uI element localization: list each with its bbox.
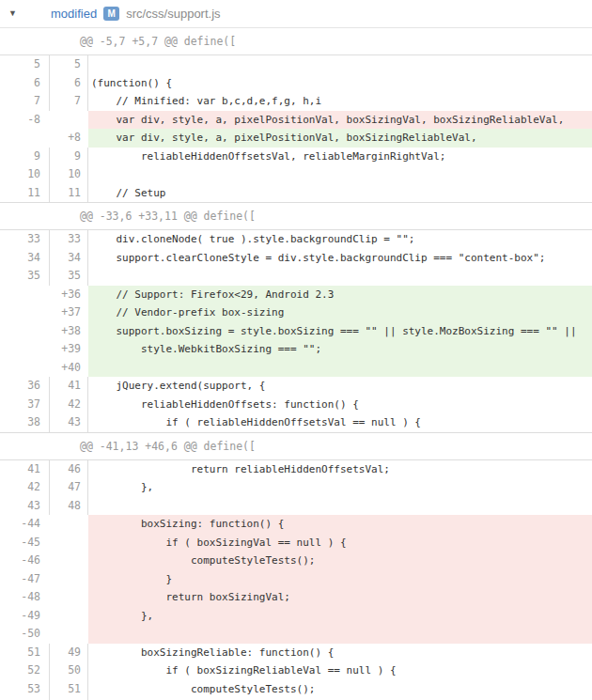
new-line-number: 51	[50, 680, 88, 699]
file-header[interactable]: ▼ modified M src/css/support.js	[0, 0, 592, 28]
old-line-number	[0, 129, 50, 148]
diff-row: 5351 computeStyleTests();	[0, 680, 592, 699]
code-line: computeStyleTests();	[88, 552, 592, 570]
old-line-number: 53	[0, 680, 50, 699]
old-line-number: 52	[0, 661, 50, 680]
old-line-number: 42	[0, 478, 50, 497]
old-line-number: -46	[0, 552, 50, 570]
new-line-number: 43	[50, 413, 88, 432]
diff-row: 77 // Minified: var b,c,d,e,f,g, h,i	[0, 92, 592, 111]
code-line: computeStyleTests();	[88, 680, 592, 699]
old-line-number: 6	[0, 74, 50, 93]
code-line: div.cloneNode( true ).style.backgroundCl…	[88, 230, 592, 249]
old-line-number: 9	[0, 148, 50, 166]
old-line-number: 7	[0, 92, 50, 111]
code-line: var div, style, a, pixelPositionVal, box…	[88, 129, 592, 148]
old-line-number: 5	[0, 55, 50, 74]
new-line-number: 7	[50, 92, 88, 111]
new-line-number	[50, 111, 88, 130]
diff-row: -47 }	[0, 570, 592, 589]
code-line: // Setup	[88, 184, 592, 203]
old-line-number: 11	[0, 184, 50, 203]
old-line-number: 43	[0, 497, 50, 516]
code-line: return reliableHiddenOffsetsVal;	[88, 460, 592, 479]
old-line-number: 35	[0, 267, 50, 286]
old-line-number: -48	[0, 588, 50, 607]
collapse-triangle-icon[interactable]: ▼	[8, 9, 22, 18]
old-line-number: 34	[0, 249, 50, 268]
code-line: return boxSizingVal;	[88, 588, 592, 607]
hunk-header: @@ -41,13 +46,6 @@ define([	[0, 433, 592, 459]
old-line-number: -47	[0, 570, 50, 589]
diff-row: 4348	[0, 497, 592, 516]
old-line-number: -50	[0, 625, 50, 644]
code-line: boxSizingReliable: function() {	[88, 644, 592, 662]
new-line-number: 11	[50, 184, 88, 203]
diff-row: 3641 jQuery.extend(support, {	[0, 377, 592, 396]
code-line: if ( boxSizingVal == null ) {	[88, 534, 592, 552]
diff-row: +37 // Vendor-prefix box-sizing	[0, 303, 592, 322]
new-line-number: 33	[50, 230, 88, 249]
diff-row: 3843 if ( reliableHiddenOffsetsVal == nu…	[0, 413, 592, 432]
old-line-number: -49	[0, 607, 50, 626]
new-line-number: 41	[50, 377, 88, 396]
new-line-number: 6	[50, 74, 88, 93]
new-line-number	[50, 588, 88, 607]
diff-row: -45 if ( boxSizingVal == null ) {	[0, 534, 592, 552]
diff-row: -48 return boxSizingVal;	[0, 588, 592, 607]
new-line-number	[50, 534, 88, 552]
new-line-number	[50, 552, 88, 570]
diff-body: @@ -5,7 +5,7 @@ define([5566(function() …	[0, 28, 592, 700]
diff-row: 99 reliableHiddenOffsetsVal, reliableMar…	[0, 148, 592, 166]
hunk-table: 4146 return reliableHiddenOffsetsVal;424…	[0, 459, 592, 700]
diff-row: -49 },	[0, 607, 592, 626]
diff-row: +39 style.WebkitBoxSizing === "";	[0, 340, 592, 359]
diff-row: 5250 if ( boxSizingReliableVal == null )…	[0, 661, 592, 680]
new-line-number: 9	[50, 148, 88, 166]
code-line: }	[88, 570, 592, 589]
new-line-number: +37	[50, 303, 88, 322]
diff-row: 66(function() {	[0, 74, 592, 93]
old-line-number	[0, 286, 50, 304]
new-line-number: 46	[50, 460, 88, 479]
diff-row: -46 computeStyleTests();	[0, 552, 592, 570]
new-line-number: 42	[50, 396, 88, 414]
code-line: var div, style, a, pixelPositionVal, box…	[88, 111, 592, 130]
code-line: if ( reliableHiddenOffsetsVal == null ) …	[88, 413, 592, 432]
diff-row: +36 // Support: Firefox<29, Android 2.3	[0, 286, 592, 304]
code-line: boxSizing: function() {	[88, 515, 592, 534]
new-line-number: 50	[50, 661, 88, 680]
code-line: support.clearCloneStyle = div.style.back…	[88, 249, 592, 268]
code-line: // Vendor-prefix box-sizing	[88, 303, 592, 322]
diff-row: +8 var div, style, a, pixelPositionVal, …	[0, 129, 592, 148]
code-line	[88, 165, 592, 184]
new-line-number: +8	[50, 129, 88, 148]
new-line-number: +36	[50, 286, 88, 304]
old-line-number	[0, 322, 50, 341]
old-line-number: -44	[0, 515, 50, 534]
new-line-number	[50, 515, 88, 534]
code-line	[88, 55, 592, 74]
code-line	[88, 625, 592, 644]
new-line-number: 47	[50, 478, 88, 497]
diff-row: -44 boxSizing: function() {	[0, 515, 592, 534]
old-line-number	[0, 359, 50, 378]
code-line: style.WebkitBoxSizing === "";	[88, 340, 592, 359]
old-line-number	[0, 340, 50, 359]
code-line: support.boxSizing = style.boxSizing === …	[88, 322, 592, 341]
code-line: if ( boxSizingReliableVal == null ) {	[88, 661, 592, 680]
new-line-number: 34	[50, 249, 88, 268]
code-line	[88, 497, 592, 516]
diff-row: 55	[0, 55, 592, 74]
diff-row: -8 var div, style, a, pixelPositionVal, …	[0, 111, 592, 130]
old-line-number: 33	[0, 230, 50, 249]
diff-row: 3742 reliableHiddenOffsets: function() {	[0, 396, 592, 414]
new-line-number: 48	[50, 497, 88, 516]
code-line: },	[88, 607, 592, 626]
old-line-number: -8	[0, 111, 50, 130]
new-line-number: 49	[50, 644, 88, 662]
diff-row: 3333 div.cloneNode( true ).style.backgro…	[0, 230, 592, 249]
hunk-table: 5566(function() {77 // Minified: var b,c…	[0, 54, 592, 203]
diff-row: 3535	[0, 267, 592, 286]
new-line-number: +38	[50, 322, 88, 341]
